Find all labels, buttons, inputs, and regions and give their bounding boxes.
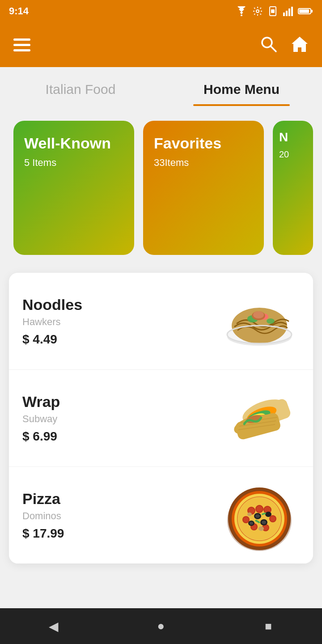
- wifi-icon: [235, 6, 248, 16]
- wrap-svg: [219, 382, 300, 454]
- svg-point-49: [270, 516, 275, 521]
- status-bar: 9:14: [0, 0, 322, 22]
- food-item-noodles[interactable]: Noodles Hawkers $ 4.49: [9, 273, 313, 370]
- home-icon: [291, 35, 309, 53]
- svg-point-45: [256, 506, 263, 512]
- food-price-wrap: $ 6.99: [22, 429, 219, 444]
- svg-point-60: [265, 512, 271, 517]
- svg-point-57: [262, 521, 266, 524]
- tab-italian-food[interactable]: Italian Food: [0, 73, 161, 106]
- svg-point-53: [263, 525, 268, 530]
- svg-rect-7: [291, 7, 293, 16]
- tab-header: Italian Food Home Menu: [0, 67, 322, 112]
- food-image-wrap: [219, 382, 300, 454]
- category-card-well-known[interactable]: Well-Known 5 Items: [13, 121, 134, 255]
- food-info-wrap: Wrap Subway $ 6.99: [22, 393, 219, 444]
- status-icons: [235, 6, 313, 17]
- food-source-noodles: Hawkers: [22, 316, 219, 328]
- svg-rect-4: [283, 13, 285, 16]
- menu-button[interactable]: [13, 38, 30, 51]
- food-name-wrap: Wrap: [22, 393, 219, 411]
- svg-point-21: [253, 311, 264, 318]
- svg-line-12: [271, 46, 276, 51]
- category-well-known-title: Well-Known: [24, 134, 123, 153]
- svg-point-0: [241, 15, 242, 17]
- food-item-wrap[interactable]: Wrap Subway $ 6.99: [9, 370, 313, 467]
- search-icon: [259, 35, 277, 53]
- hamburger-icon: [13, 38, 30, 51]
- food-name-noodles: Noodles: [22, 296, 219, 314]
- category-favorites-title: Favorites: [154, 134, 253, 153]
- bottom-nav: ◀ ● ■: [0, 608, 322, 644]
- home-nav-button[interactable]: ●: [148, 613, 174, 640]
- categories-section: Well-Known 5 Items Favorites 33Items N 2…: [0, 112, 322, 264]
- food-info-pizza: Pizza Dominos $ 17.99: [22, 490, 219, 541]
- nav-bar: [0, 22, 322, 67]
- nav-right-icons: [259, 35, 309, 55]
- food-name-pizza: Pizza: [22, 490, 219, 508]
- tab-home-menu[interactable]: Home Menu: [161, 73, 322, 106]
- category-card-new[interactable]: N 20: [273, 121, 313, 255]
- signal-icon: [283, 6, 293, 16]
- food-image-noodles: [219, 285, 300, 357]
- recent-button[interactable]: ■: [255, 613, 282, 640]
- svg-point-55: [255, 514, 260, 518]
- svg-point-19: [267, 318, 275, 324]
- food-source-pizza: Dominos: [22, 510, 219, 522]
- home-button[interactable]: [291, 35, 309, 55]
- status-time: 9:14: [9, 5, 29, 17]
- category-card-favorites[interactable]: Favorites 33Items: [143, 121, 264, 255]
- food-source-wrap: Subway: [22, 413, 219, 425]
- svg-marker-13: [292, 37, 308, 52]
- category-new-title: N: [279, 130, 307, 145]
- svg-point-61: [258, 526, 264, 531]
- pizza-svg: [219, 479, 300, 551]
- svg-point-47: [243, 517, 249, 522]
- noodles-svg: [219, 285, 300, 357]
- svg-rect-3: [271, 9, 275, 13]
- svg-rect-6: [288, 8, 290, 16]
- food-price-noodles: $ 4.49: [22, 332, 219, 347]
- category-new-count: 20: [279, 149, 307, 160]
- food-item-pizza[interactable]: Pizza Dominos $ 17.99: [9, 467, 313, 564]
- svg-point-62: [247, 513, 252, 516]
- food-info-noodles: Noodles Hawkers $ 4.49: [22, 296, 219, 347]
- svg-rect-9: [311, 10, 313, 13]
- back-button[interactable]: ◀: [40, 613, 67, 640]
- svg-point-1: [256, 10, 259, 13]
- battery-icon: [298, 7, 313, 15]
- search-button[interactable]: [259, 35, 277, 55]
- food-image-pizza: [219, 479, 300, 551]
- settings-icon: [252, 6, 263, 17]
- svg-rect-10: [299, 9, 309, 13]
- sim-icon: [267, 6, 278, 17]
- category-favorites-count: 33Items: [154, 157, 253, 169]
- food-price-pizza: $ 17.99: [22, 526, 219, 541]
- svg-rect-5: [286, 11, 288, 16]
- svg-point-59: [250, 522, 253, 525]
- category-well-known-count: 5 Items: [24, 157, 123, 169]
- food-list: Noodles Hawkers $ 4.49: [9, 273, 313, 564]
